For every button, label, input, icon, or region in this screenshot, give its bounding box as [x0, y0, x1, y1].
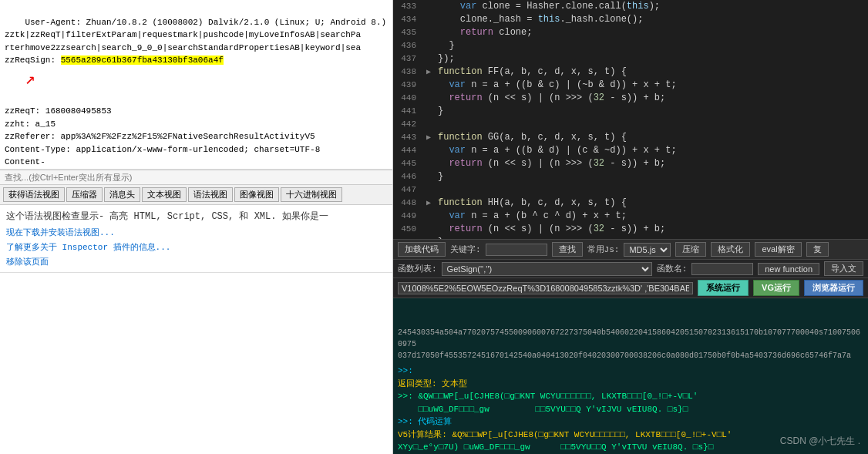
code-line-450: 450 return (n << s) | (n >>> (32 - s)) +… [393, 223, 868, 236]
syntax-view-button[interactable]: 获得语法视图 [3, 187, 65, 202]
fn-bar: 函数列表: GetSign('','') 函数名: new function 导… [393, 260, 868, 278]
line-number: 450 [393, 223, 422, 236]
find-button[interactable]: 查找 [552, 242, 583, 257]
code-line-445: 445 return (n << s) | (n >>> (32 - s)) +… [393, 157, 868, 170]
line-gutter: ▶ [422, 197, 435, 210]
load-code-button[interactable]: 加载代码 [398, 242, 446, 257]
output-line-5: V5计算结果: &Q%□□WP[_u[CJHE8(□g□KNT WCYU□□□□… [398, 429, 863, 442]
code-line-441: 441} [393, 105, 868, 118]
line-content: function FF(a, b, c, d, x, s, t) { [435, 66, 868, 79]
code-line-438: 438▶function FF(a, b, c, d, x, s, t) { [393, 66, 868, 79]
line-content: var n = a + ((b & c) | (~b & d)) + x + t… [435, 79, 868, 92]
line-number: 446 [393, 170, 422, 183]
output-line-1: 返回类型: 文本型 [398, 378, 863, 391]
hex-output: 245430354a504a77020757455009060076722737… [398, 327, 863, 362]
eval-button[interactable]: eval解密 [755, 242, 801, 257]
fn-name-label: 函数名: [657, 263, 688, 274]
line-content: } [435, 170, 868, 183]
import-button[interactable]: 导入文 [824, 261, 863, 276]
line-number: 444 [393, 144, 422, 157]
line-number: 435 [393, 26, 422, 39]
system-run-button[interactable]: 系统运行 [698, 280, 749, 296]
common-js-select[interactable]: MD5.js [624, 243, 671, 257]
right-panel: 433 var clone = Hasher.clone.call(this);… [393, 0, 868, 454]
code-line-439: 439 var n = a + ((b & c) | (~b & d)) + x… [393, 79, 868, 92]
result-text: >>: &QW□□WP[_u[CJHE8(□g□KNT WCYU□□□□□□, … [398, 392, 698, 401]
code-line-433: 433 var clone = Hasher.clone.call(this); [393, 0, 868, 13]
output-line-0: >>: [398, 365, 863, 378]
format-button[interactable]: 格式化 [711, 242, 750, 257]
code-line-444: 444 var n = a + ((b & d) | (c & ~d)) + x… [393, 144, 868, 157]
keyword-input[interactable] [486, 244, 547, 256]
line-number: 441 [393, 105, 422, 118]
vg-run-button[interactable]: VG运行 [753, 280, 799, 296]
code-line-448: 448▶function HH(a, b, c, d, x, s, t) { [393, 197, 868, 210]
line-number: 445 [393, 157, 422, 170]
hex-view-button[interactable]: 十六进制视图 [281, 187, 342, 202]
line-content: var clone = Hasher.clone.call(this); [435, 0, 868, 13]
after-sign-text: zzReqT: 1680080495853 zzht: a_15 zzRefer… [5, 106, 361, 170]
fn-list-select[interactable]: GetSign('','') [442, 262, 652, 276]
arrow-icon: ↗ [25, 67, 35, 92]
line-content: return clone; [435, 26, 868, 39]
inspector-info-link[interactable]: 了解更多关于 Inspector 插件的信息... [6, 241, 386, 253]
image-view-button[interactable]: 图像视图 [234, 187, 279, 202]
line-gutter: ▶ [422, 131, 435, 144]
grammar-view-button[interactable]: 语法视图 [188, 187, 233, 202]
line-content: return (n << s) | (n >>> (32 - s)) + b; [435, 92, 868, 105]
message-header-button[interactable]: 消息头 [104, 187, 140, 202]
code-line-447: 447 [393, 183, 868, 197]
search-bar[interactable] [0, 170, 392, 185]
left-panel: User-Agent: Zhuan/10.8.2 (10008002) Dalv… [0, 0, 393, 454]
line-number: 437 [393, 52, 422, 66]
output-line-6: XYy□_e°y□7U) □uWG_DF□□□_gw □□5VYU□□Q Y'v… [398, 441, 863, 454]
code-line-434: 434 clone._hash = this._hash.clone(); [393, 13, 868, 26]
code-line-436: 436 } [393, 39, 868, 52]
line-number: 442 [393, 118, 422, 131]
line-content: clone._hash = this._hash.clone(); [435, 13, 868, 26]
remove-page-link[interactable]: 移除该页面 [6, 256, 386, 267]
line-content: var n = a + ((b & d) | (c & ~d)) + x + t… [435, 144, 868, 157]
code-editor[interactable]: 433 var clone = Hasher.clone.call(this);… [393, 0, 868, 239]
line-content: return (n << s) | (n >>> (32 - s)) + b; [435, 223, 868, 236]
compressor-button[interactable]: 压缩器 [66, 187, 103, 202]
highlight-sign: 5565a289c61b367fba43130bf3a06a4f [61, 55, 224, 65]
line-number: 439 [393, 79, 422, 92]
result-text: XYy□_e°y□7U) □uWG_DF□□□_gw □□5VYU□□Q Y'v… [398, 442, 713, 452]
line-number: 434 [393, 13, 422, 26]
search-input[interactable] [5, 173, 388, 182]
code-line-446: 446} [393, 170, 868, 183]
compress-button[interactable]: 压缩 [675, 242, 706, 257]
code-line-449: 449 var n = a + (b ^ c ^ d) + x + t; [393, 210, 868, 223]
run-input[interactable] [398, 282, 693, 294]
line-gutter: ▶ [422, 66, 435, 79]
common-js-label: 常用Js: [587, 244, 620, 255]
output-area: 245430354a504a77020757455009060076722737… [393, 298, 868, 454]
line-number: 440 [393, 92, 422, 105]
line-content: }); [435, 52, 868, 66]
download-syntax-link[interactable]: 现在下载并安装语法视图... [6, 227, 386, 238]
copy-button[interactable]: 复 [806, 242, 829, 257]
info-area: 这个语法视图检查显示- 高亮 HTML, Script, CSS, 和 XML.… [0, 205, 392, 273]
run-bar: 系统运行 VG运行 浏览器运行 [393, 278, 868, 298]
label-text: V5计算结果: &Q%□□WP[_u[CJHE8(□g□KNT WCYU□□□□… [398, 430, 732, 439]
output-line-3: □□uWG_DF□□□_gw □□5VYU□□Q Y'vIJVU vEIU8Q.… [398, 403, 863, 416]
label-text: 返回类型: 文本型 [398, 379, 467, 388]
line-number: 433 [393, 0, 422, 13]
new-function-button[interactable]: new function [758, 263, 819, 275]
left-toolbar: 获得语法视图 压缩器 消息头 文本视图 语法视图 图像视图 十六进制视图 [0, 185, 392, 205]
right-toolbar: 加载代码 关键字: 查找 常用Js: MD5.js 压缩 格式化 eval解密 … [393, 239, 868, 260]
line-number: 438 [393, 66, 422, 79]
output-line-2: >>: &QW□□WP[_u[CJHE8(□g□KNT WCYU□□□□□□, … [398, 390, 863, 403]
browser-run-button[interactable]: 浏览器运行 [804, 280, 863, 296]
fn-list-label: 函数列表: [398, 263, 437, 274]
line-content: function GG(a, b, c, d, x, s, t) { [435, 131, 868, 144]
line-number: 443 [393, 131, 422, 144]
prompt-text: >>: [398, 366, 413, 375]
line-content: function HH(a, b, c, d, x, s, t) { [435, 197, 868, 210]
fn-name-input[interactable] [691, 263, 753, 275]
line-number: 447 [393, 183, 422, 197]
request-text-area: User-Agent: Zhuan/10.8.2 (10008002) Dalv… [0, 0, 392, 170]
line-content: var n = a + (b ^ c ^ d) + x + t; [435, 210, 868, 223]
text-view-button[interactable]: 文本视图 [142, 187, 187, 202]
